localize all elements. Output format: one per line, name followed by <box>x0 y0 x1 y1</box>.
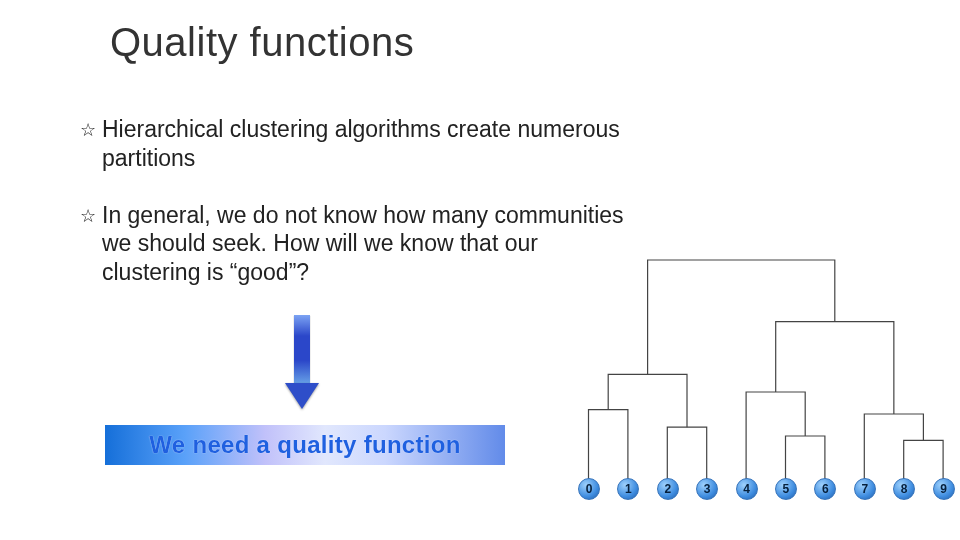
bullet-text: Hierarchical clustering algorithms creat… <box>102 115 640 173</box>
leaf-node: 5 <box>775 478 797 500</box>
leaf-node: 2 <box>657 478 679 500</box>
leaf-node: 3 <box>696 478 718 500</box>
leaf-row: 0 1 2 3 4 5 6 7 8 9 <box>578 478 955 500</box>
bullet-star-icon: ☆ <box>80 119 96 141</box>
leaf-node: 6 <box>814 478 836 500</box>
leaf-node: 0 <box>578 478 600 500</box>
slide: Quality functions ☆ Hierarchical cluster… <box>0 0 960 540</box>
bullet-star-icon: ☆ <box>80 205 96 227</box>
slide-title: Quality functions <box>110 20 414 65</box>
list-item: ☆ In general, we do not know how many co… <box>80 201 640 287</box>
leaf-node: 7 <box>854 478 876 500</box>
leaf-node: 8 <box>893 478 915 500</box>
callout-text: We need a quality function <box>149 431 460 459</box>
bullet-text: In general, we do not know how many comm… <box>102 201 640 287</box>
leaf-node: 4 <box>736 478 758 500</box>
callout-banner: We need a quality function <box>105 425 505 465</box>
down-arrow-icon <box>285 315 319 415</box>
dendrogram <box>565 250 960 500</box>
list-item: ☆ Hierarchical clustering algorithms cre… <box>80 115 640 173</box>
bullet-list: ☆ Hierarchical clustering algorithms cre… <box>80 115 640 315</box>
leaf-node: 9 <box>933 478 955 500</box>
leaf-node: 1 <box>617 478 639 500</box>
